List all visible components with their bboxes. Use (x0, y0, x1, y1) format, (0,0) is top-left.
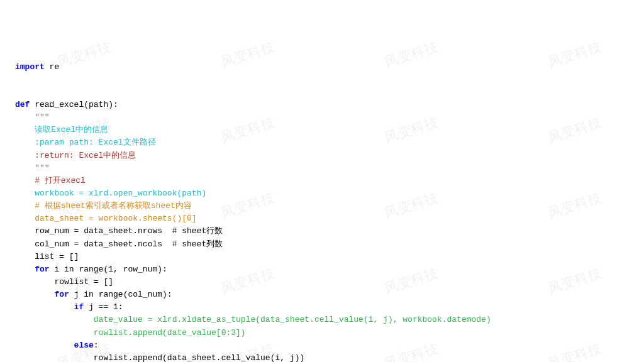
line-col-num: col_num = data_sheet.ncols (15, 239, 172, 249)
module-re: re (45, 62, 59, 72)
keyword-for-outer: for (15, 265, 50, 274)
line-rowlist-append-date: rowlist.append(date_value[0:3]) (15, 328, 246, 337)
docstring-line-1: 读取Excel中的信息 (15, 125, 108, 134)
for-outer-rest: i in range(1, row_num): (50, 265, 167, 274)
line-data-sheet: data_sheet = workbook.sheets()[0] (15, 214, 197, 223)
line-rowlist-append-cell: rowlist.append(data_sheet.cell_value(i, … (15, 353, 304, 362)
keyword-else: else (15, 341, 94, 350)
keyword-import: import (15, 62, 45, 72)
keyword-def: def (15, 100, 30, 109)
docstring-return: :return: Excel中的信息 (15, 151, 136, 160)
line-workbook-open: workbook = xlrd.open_workbook(path) (15, 189, 206, 198)
if-rest: j == 1: (84, 302, 123, 312)
func-read-excel: read_excel(path): (30, 100, 118, 109)
comment-col-num: # sheet列数 (172, 239, 223, 249)
else-colon: : (94, 341, 99, 350)
line-list-init: list = [] (15, 252, 79, 261)
for-inner-rest: j in range(col_num): (69, 290, 172, 299)
keyword-for-inner: for (15, 290, 69, 299)
comment-open-excel: # 打开execl (15, 176, 86, 185)
comment-row-num: # sheet行数 (172, 226, 223, 236)
line-row-num: row_num = data_sheet.nrows (15, 226, 172, 236)
docstring-line-2: :param path: Excel文件路径 (15, 138, 156, 147)
line-date-value: date_value = xlrd.xldate_as_tuple(data_s… (15, 315, 491, 324)
keyword-if: if (15, 302, 84, 312)
triple-quote-open: """ (15, 112, 50, 122)
triple-quote-close: """ (15, 163, 50, 173)
comment-sheet-index: # 根据sheet索引或者名称获取sheet内容 (15, 201, 192, 211)
code-block: import re def read_excel(path): """ 读取Ex… (15, 61, 629, 362)
line-rowlist-init: rowlist = [] (15, 277, 113, 287)
